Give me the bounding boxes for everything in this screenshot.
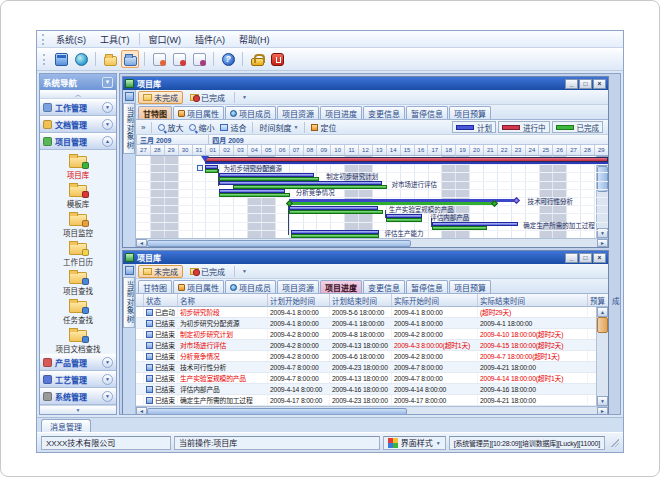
chevron-down-icon[interactable]: ▼ (102, 119, 113, 130)
chevron-down-icon[interactable]: ▼ (102, 102, 113, 113)
column-header-预算[interactable]: 预算 (588, 294, 610, 306)
fit-button[interactable]: 适合 (218, 122, 248, 133)
table-filter-已完成[interactable]: 已完成 (185, 265, 230, 278)
gantt-bar-actual[interactable] (219, 193, 290, 197)
exit-icon[interactable] (268, 50, 286, 68)
table-row[interactable]: 已结束评估内部产品2009-4-14 8:00:002009-4-16 18:0… (136, 384, 608, 395)
sidebar-item-项目监控[interactable]: 项目监控 (40, 210, 116, 239)
globe-icon[interactable] (72, 50, 90, 68)
table-window-titlebar[interactable]: 项目库 _□× (123, 251, 608, 264)
gantt-bar-actual[interactable] (289, 210, 383, 214)
zoom-in-button[interactable]: 放大 (156, 122, 185, 133)
gantt-bar-actual[interactable] (432, 226, 488, 230)
scroll-up-icon[interactable]: ▲ (597, 307, 608, 317)
menu-item-帮助(H)[interactable]: 帮助(H) (232, 32, 277, 47)
sidebar-section-系统管理[interactable]: 系统管理▼ (40, 388, 116, 405)
gantt-tab-甘特图[interactable]: 甘特图 (138, 106, 172, 119)
folder-open-icon[interactable] (121, 50, 139, 68)
table-row[interactable]: 已结束分析竞争情况2009-4-2 8:00:002009-4-6 18:00:… (136, 351, 608, 362)
table-maximize-button[interactable]: □ (579, 253, 592, 263)
scroll-left-icon[interactable]: ◄ (136, 407, 147, 415)
table-vscrollbar[interactable]: ▲ ▼ (596, 307, 608, 406)
scroll-right-icon[interactable]: ► (597, 239, 608, 247)
sidebar-section-工作管理[interactable]: 工作管理▼ (40, 99, 116, 116)
ui-style-dropdown[interactable]: 界面样式 ▼ (383, 436, 446, 450)
summary-actual-line[interactable] (289, 202, 494, 205)
object-tree-tab[interactable]: 当前对象树 (123, 103, 135, 154)
table-tab-项目预算[interactable]: 项目预算 (449, 280, 491, 293)
gantt-filter-已完成[interactable]: 已完成 (185, 91, 230, 104)
gantt-tab-项目成员[interactable]: 项目成员 (225, 106, 276, 119)
column-header-计划结束时间[interactable]: 计划结束时间 (330, 294, 392, 306)
table-tab-项目属性[interactable]: 项目属性 (173, 280, 224, 293)
gantt-tab-项目预算[interactable]: 项目预算 (449, 106, 491, 119)
table-tab-项目资源[interactable]: 项目资源 (277, 280, 319, 293)
table-row[interactable]: 已结束为初步研究分配资源2009-4-1 8:00:002009-4-1 18:… (136, 318, 608, 329)
locate-button[interactable]: 定位 (309, 122, 338, 133)
column-header-状态[interactable]: 状态 (144, 294, 178, 306)
table-row[interactable]: 已启动初步研究阶段2009-4-1 8:00:002009-5-6 18:00:… (136, 307, 608, 318)
table-row[interactable]: 已结束制定初步研究计划2009-4-2 8:00:002009-4-8 18:0… (136, 329, 608, 340)
sidebar-item-项目文档查找[interactable]: 项目文档查找 (40, 326, 116, 354)
table-row[interactable]: 已结束技术可行性分析2009-4-7 8:00:002009-4-23 18:0… (136, 362, 608, 373)
table-minimize-button[interactable]: _ (565, 253, 578, 263)
gantt-bar-actual[interactable] (386, 218, 422, 222)
gantt-bar-actual[interactable] (205, 169, 217, 173)
menu-item-窗口(W)[interactable]: 窗口(W) (142, 32, 189, 47)
scroll-thumb[interactable] (597, 317, 608, 333)
window-icon[interactable] (52, 50, 70, 68)
sidebar-pin-icon[interactable]: ▼ (102, 77, 113, 88)
sidebar-item-项目库[interactable]: 项目库 (40, 152, 116, 181)
gantt-tab-暂停信息[interactable]: 暂停信息 (406, 106, 448, 119)
column-header-实际开始时间[interactable]: 实际开始时间 (392, 294, 478, 306)
sidebar-item-项目查找[interactable]: 项目查找 (40, 268, 116, 297)
sidebar-section-产品管理[interactable]: 产品管理▼ (40, 354, 116, 371)
scroll-thumb[interactable] (147, 408, 407, 415)
column-header-名称[interactable]: 名称 (178, 294, 268, 306)
resize-grip[interactable] (610, 438, 619, 447)
gantt-hscrollbar[interactable]: ◄ ► (136, 238, 608, 247)
sidebar-item-工作日历[interactable]: 工作日历 (40, 239, 116, 268)
folder-closed-icon[interactable] (101, 50, 119, 68)
sidebar-item-任务查找[interactable]: 任务查找 (40, 297, 116, 326)
table-tab-项目进度[interactable]: 项目进度 (320, 280, 362, 293)
column-header-计划开始时间[interactable]: 计划开始时间 (268, 294, 330, 306)
sidebar-collapse-button[interactable]: ︿ (40, 90, 116, 99)
gantt-window-titlebar[interactable]: 项目库 _□× (123, 77, 608, 90)
gantt-filter-未完成[interactable]: 未完成 (138, 91, 183, 104)
gantt-bar-actual[interactable] (291, 234, 378, 238)
chevron-down-icon[interactable]: ▼ (102, 357, 113, 368)
toolbar-overflow-button[interactable]: » (139, 123, 147, 132)
zoom-out-button[interactable]: 缩小 (187, 122, 216, 133)
filter-more-button[interactable]: ▼ (239, 94, 250, 100)
sidebar-section-工艺管理[interactable]: 工艺管理▼ (40, 371, 116, 388)
menu-item-系统(S)[interactable]: 系统(S) (49, 32, 93, 47)
timescale-dropdown[interactable]: 时间刻度▼ (257, 122, 300, 133)
table-tab-变更信息[interactable]: 变更信息 (363, 280, 405, 293)
table-row[interactable]: 已结束生产实验室规模的产品2009-4-7 8:00:002009-4-13 1… (136, 373, 608, 384)
table-tab-甘特图[interactable]: 甘特图 (138, 280, 172, 293)
object-tree-tab[interactable]: 当前对象树 (123, 277, 135, 328)
report-new-icon[interactable] (150, 50, 168, 68)
scroll-thumb[interactable] (147, 240, 411, 247)
column-header-rowmark[interactable] (136, 294, 144, 306)
report-delete-icon[interactable] (190, 50, 208, 68)
report-edit-icon[interactable] (170, 50, 188, 68)
message-management-tab[interactable]: 消息管理 (41, 419, 91, 432)
chevron-down-icon[interactable]: ▼ (102, 391, 113, 402)
sidebar-header[interactable]: 系统导航 ▼ (40, 74, 116, 90)
scroll-down-icon[interactable]: ▼ (597, 396, 608, 406)
gantt-tab-项目进度[interactable]: 项目进度 (320, 106, 362, 119)
lock-icon[interactable] (248, 50, 266, 68)
gantt-tab-项目资源[interactable]: 项目资源 (277, 106, 319, 119)
gantt-tab-项目属性[interactable]: 项目属性 (173, 106, 224, 119)
sidebar-section-文档管理[interactable]: 文档管理▼ (40, 116, 116, 133)
gantt-maximize-button[interactable]: □ (579, 79, 592, 89)
gantt-tab-变更信息[interactable]: 变更信息 (363, 106, 405, 119)
table-row[interactable]: 已结束确定生产所需的加工过程2009-4-17 8:00:002009-4-23… (136, 395, 608, 406)
sidebar-overflow-button[interactable]: ▼ (40, 405, 116, 414)
gantt-minimize-button[interactable]: _ (565, 79, 578, 89)
table-hscrollbar[interactable]: ◄ ► (136, 406, 608, 415)
sidebar-section-项目管理[interactable]: 项目管理▲ (40, 133, 116, 150)
scroll-right-icon[interactable]: ► (597, 407, 608, 415)
